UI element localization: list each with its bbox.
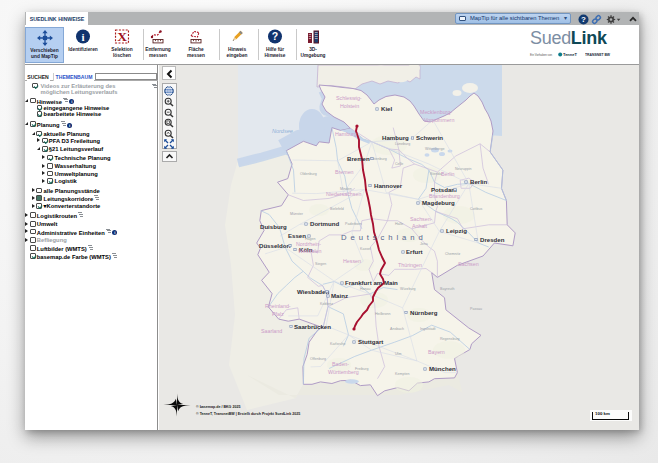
svg-text:Siegen: Siegen <box>315 262 326 266</box>
svg-text:Ansbach: Ansbach <box>390 327 404 331</box>
svg-text:Hamburg: Hamburg <box>335 131 357 137</box>
svg-text:Württemberg: Württemberg <box>328 369 359 375</box>
svg-text:Kassel: Kassel <box>360 247 371 251</box>
svg-text:Bayreuth: Bayreuth <box>440 287 454 291</box>
svg-text:Jena: Jena <box>420 242 428 246</box>
svg-text:Bayern: Bayern <box>428 349 445 355</box>
svg-text:Sachsen: Sachsen <box>458 261 479 267</box>
svg-text:TenneT: TenneT <box>563 52 577 57</box>
svg-text:Anhalt: Anhalt <box>412 223 428 229</box>
svg-text:Saarbrücken: Saarbrücken <box>294 323 331 330</box>
svg-text:Brandenburg: Brandenburg <box>429 193 460 199</box>
svg-text:Nordrhein-: Nordrhein- <box>296 241 321 247</box>
svg-text:Leipzig: Leipzig <box>446 227 467 234</box>
svg-text:Wittenberge: Wittenberge <box>425 147 444 151</box>
svg-text:Düsseldorf: Düsseldorf <box>259 242 292 249</box>
svg-text:Kempten: Kempten <box>395 372 409 376</box>
svg-text:Duisburg: Duisburg <box>260 223 287 230</box>
svg-text:Regensburg: Regensburg <box>440 337 460 341</box>
svg-text:München: München <box>429 365 456 372</box>
svg-text:Schwerin: Schwerin <box>416 134 443 141</box>
svg-text:Wiesbaden: Wiesbaden <box>297 288 329 295</box>
svg-text:Thüringen: Thüringen <box>398 262 422 268</box>
svg-text:Offenburg: Offenburg <box>310 357 326 361</box>
svg-text:Ulm: Ulm <box>395 352 401 356</box>
svg-text:Mainz: Mainz <box>331 292 348 299</box>
svg-text:Oldenburg: Oldenburg <box>300 172 317 176</box>
svg-text:Rheinland-: Rheinland- <box>265 303 291 309</box>
svg-text:Frankfurt am Main: Frankfurt am Main <box>345 279 398 286</box>
svg-text:Saarland: Saarland <box>261 328 282 334</box>
svg-text:Schleswig-: Schleswig- <box>336 95 362 101</box>
svg-text:Würzburg: Würzburg <box>400 287 416 291</box>
svg-text:Berlin: Berlin <box>470 178 488 185</box>
svg-text:Nürnberg: Nürnberg <box>410 309 438 316</box>
svg-text:Baden-: Baden- <box>332 361 349 367</box>
svg-text:Koblenz: Koblenz <box>320 302 333 306</box>
svg-text:Hessen: Hessen <box>343 258 361 264</box>
svg-text:Mecklenburg-: Mecklenburg- <box>420 109 452 115</box>
svg-text:Chemnitz: Chemnitz <box>445 252 460 256</box>
svg-text:?: ? <box>581 15 586 24</box>
svg-text:Heilbronn: Heilbronn <box>375 312 390 316</box>
svg-text:Pfalz: Pfalz <box>272 311 284 317</box>
svg-text:Karlsruhe: Karlsruhe <box>330 342 345 346</box>
svg-text:Westfalen: Westfalen <box>298 248 322 254</box>
svg-text:Vorpommern: Vorpommern <box>424 117 454 123</box>
svg-text:Nordsee: Nordsee <box>272 128 293 134</box>
svg-text:Cottbus: Cottbus <box>470 207 483 211</box>
svg-text:Berlin: Berlin <box>441 171 455 177</box>
svg-text:Niedersachsen: Niedersachsen <box>326 191 361 197</box>
svg-text:Halle: Halle <box>395 222 403 226</box>
svg-text:Stuttgart: Stuttgart <box>358 338 383 345</box>
svg-text:Kiel: Kiel <box>381 105 392 112</box>
svg-text:Münster: Münster <box>290 212 304 216</box>
svg-text:?: ? <box>272 30 278 42</box>
svg-text:TRANSNET BW: TRANSNET BW <box>585 53 611 57</box>
svg-text:Hanau: Hanau <box>360 287 371 291</box>
svg-text:Erfurt: Erfurt <box>406 248 423 255</box>
svg-text:Bremen: Bremen <box>347 155 370 162</box>
svg-text:Dresden: Dresden <box>480 236 505 243</box>
svg-text:Ingolstadt: Ingolstadt <box>420 327 436 331</box>
svg-text:Dortmund: Dortmund <box>310 220 339 227</box>
svg-text:i: i <box>81 31 84 43</box>
svg-text:Deutschland: Deutschland <box>341 233 427 242</box>
svg-text:Celle: Celle <box>395 162 403 166</box>
svg-text:Hannover: Hannover <box>374 182 403 189</box>
svg-text:X: X <box>117 29 127 44</box>
svg-text:Holstein: Holstein <box>340 103 359 109</box>
svg-text:Hamburg: Hamburg <box>382 134 409 141</box>
svg-text:Essen: Essen <box>288 232 306 239</box>
svg-text:Passau: Passau <box>470 307 482 311</box>
svg-text:Bielefeld: Bielefeld <box>330 207 344 211</box>
svg-text:Sachsen-: Sachsen- <box>410 216 433 222</box>
svg-text:Lüneburg: Lüneburg <box>395 142 410 146</box>
svg-text:Magdeburg: Magdeburg <box>422 199 455 206</box>
svg-text:Potsdam: Potsdam <box>431 186 457 193</box>
svg-text:Paderborn: Paderborn <box>345 222 362 226</box>
svg-text:Bremen: Bremen <box>335 169 354 175</box>
svg-text:Neuruppin: Neuruppin <box>455 167 472 171</box>
